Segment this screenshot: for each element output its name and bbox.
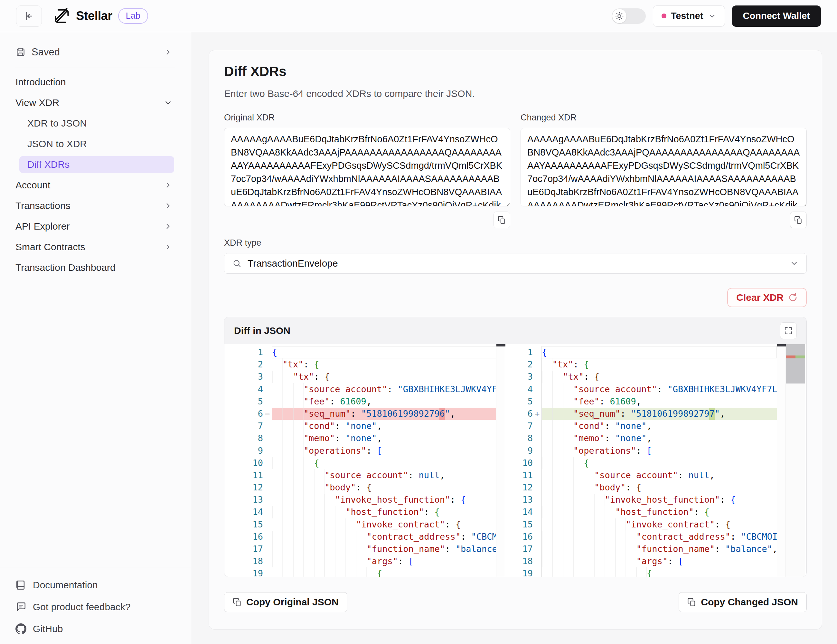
sidebar-footer-label: Documentation: [33, 580, 98, 591]
copy-changed-xdr-button[interactable]: [790, 212, 807, 228]
changed-xdr-label: Changed XDR: [520, 113, 807, 123]
line-number: 8: [224, 432, 263, 444]
line-number: 18: [224, 555, 263, 567]
sidebar-footer-documentation[interactable]: Documentation: [15, 580, 176, 591]
clear-xdr-button[interactable]: Clear XDR: [727, 288, 807, 307]
sidebar-item-xdr-to-json[interactable]: XDR to JSON: [0, 113, 191, 134]
stellar-logo-icon: [53, 8, 70, 25]
brand[interactable]: Stellar Lab: [53, 8, 148, 25]
scrollbar-thumb[interactable]: [786, 344, 805, 383]
line-number: 19: [505, 567, 533, 577]
line-number: 6: [224, 407, 263, 420]
diff-sign: [533, 346, 542, 358]
code-line: 2"tx": {: [505, 358, 777, 371]
xdr-type-label: XDR type: [224, 238, 807, 248]
line-number: 3: [224, 371, 263, 383]
copy-original-json-button[interactable]: Copy Original JSON: [224, 592, 347, 612]
code-line: 16"contract_address": "CBCMOI6RCFTCV54ZS…: [224, 531, 496, 543]
xdr-type-select[interactable]: TransactionEnvelope: [224, 253, 807, 274]
expand-diff-button[interactable]: [780, 322, 797, 339]
diff-sign: [263, 371, 272, 383]
diff-sign: [533, 567, 542, 577]
sidebar-item-view-xdr[interactable]: View XDR: [0, 92, 191, 113]
sidebar-item-saved[interactable]: Saved: [0, 32, 191, 67]
diff-sign: [263, 383, 272, 396]
code-line: 13"invoke_host_function": {: [505, 494, 777, 506]
sidebar-footer-github[interactable]: GitHub: [15, 623, 176, 634]
connect-wallet-button[interactable]: Connect Wallet: [732, 5, 821, 27]
clear-xdr-label: Clear XDR: [736, 292, 784, 303]
theme-toggle[interactable]: [612, 8, 646, 24]
page-title: Diff XDRs: [224, 64, 807, 79]
sidebar-item-json-to-xdr[interactable]: JSON to XDR: [0, 134, 191, 154]
sidebar-footer-got-product-feedback-[interactable]: Got product feedback?: [15, 601, 176, 613]
line-number: 4: [505, 383, 533, 396]
diff-sign: [263, 494, 272, 506]
copy-changed-json-label: Copy Changed JSON: [701, 597, 798, 608]
code-line: 1{: [224, 346, 496, 358]
line-number: 5: [505, 396, 533, 407]
line-number: 8: [505, 432, 533, 444]
code-line: 16"contract_address": "CBCMOI6RCFTCV54ZS…: [505, 531, 777, 543]
sash-handle[interactable]: [496, 344, 505, 347]
sidebar-item-introduction[interactable]: Introduction: [0, 72, 191, 92]
code-line: 6−"seq_num": "518106199892796",: [224, 407, 496, 420]
chevron-right-icon: [164, 243, 172, 251]
code-line: 12"body": {: [505, 481, 777, 494]
code-line: 13"invoke_host_function": {: [224, 494, 496, 506]
sidebar-item-label: Introduction: [15, 77, 66, 87]
line-number: 14: [505, 506, 533, 518]
changed-json-pane: 1{2"tx": {3"tx": {4"source_account": "GB…: [505, 344, 777, 577]
copy-icon: [498, 216, 506, 224]
chevron-right-icon: [164, 181, 172, 189]
copy-original-xdr-button[interactable]: [494, 212, 510, 228]
main-area: Diff XDRs Enter two Base-64 encoded XDRs…: [192, 32, 837, 644]
line-number: 13: [224, 494, 263, 506]
code-line: 10{: [505, 457, 777, 469]
diff-sign: [263, 531, 272, 543]
sidebar-item-account[interactable]: Account: [0, 175, 191, 196]
line-number: 7: [505, 420, 533, 432]
code-line: 10{: [224, 457, 496, 469]
line-number: 15: [505, 518, 533, 531]
sidebar-item-transactions[interactable]: Transactions: [0, 196, 191, 216]
code-line: 14"host_function": {: [224, 506, 496, 518]
sidebar-item-label: Account: [15, 180, 50, 191]
sidebar-item-smart-contracts[interactable]: Smart Contracts: [0, 237, 191, 257]
sidebar-item-diff-xdrs[interactable]: Diff XDRs: [19, 156, 174, 173]
sidebar-item-label: Smart Contracts: [15, 242, 85, 253]
chevron-right-icon: [164, 222, 172, 230]
diff-sign: [533, 420, 542, 432]
overview-removed-mark: [786, 355, 796, 358]
diff-code-area: 1{2"tx": {3"tx": {4"source_account": "GB…: [224, 344, 806, 577]
code-line: 3"tx": {: [505, 371, 777, 383]
changed-xdr-input[interactable]: AAAAAgAAAABuE6DqJtabKrzBfrNo6A0Zt1FrFAV4…: [520, 128, 807, 206]
sidebar-nav: IntroductionView XDRXDR to JSONJSON to X…: [0, 72, 191, 278]
line-number: 6: [505, 407, 533, 420]
collapse-sidebar-button[interactable]: [16, 5, 42, 27]
brand-name: Stellar: [76, 9, 112, 23]
original-json-pane: 1{2"tx": {3"tx": {4"source_account": "GB…: [224, 344, 496, 577]
diff-sign: [263, 543, 272, 555]
copy-changed-json-button[interactable]: Copy Changed JSON: [679, 592, 807, 612]
lab-badge: Lab: [118, 8, 148, 24]
github-icon: [15, 623, 26, 634]
diff-sign: [533, 494, 542, 506]
code-line: 11"source_account": null,: [505, 469, 777, 481]
sidebar-item-transaction-dashboard[interactable]: Transaction Dashboard: [0, 257, 191, 278]
sidebar-item-api-explorer[interactable]: API Explorer: [0, 216, 191, 237]
copy-icon: [687, 598, 696, 607]
code-line: 7"cond": "none",: [224, 420, 496, 432]
sidebar-item-label: Transactions: [15, 200, 71, 211]
diff-sign: [263, 518, 272, 531]
testnet-dot-icon: [661, 13, 666, 18]
diff-sign: [533, 383, 542, 396]
network-selector[interactable]: Testnet: [653, 5, 725, 27]
network-label: Testnet: [671, 11, 703, 21]
line-number: 19: [224, 567, 263, 577]
diff-sign: [533, 358, 542, 371]
sash-handle[interactable]: [777, 344, 786, 347]
original-xdr-input[interactable]: AAAAAgAAAABuE6DqJtabKrzBfrNo6A0Zt1FrFAV4…: [224, 128, 510, 206]
diff-sign: [533, 445, 542, 457]
line-number: 1: [505, 346, 533, 358]
